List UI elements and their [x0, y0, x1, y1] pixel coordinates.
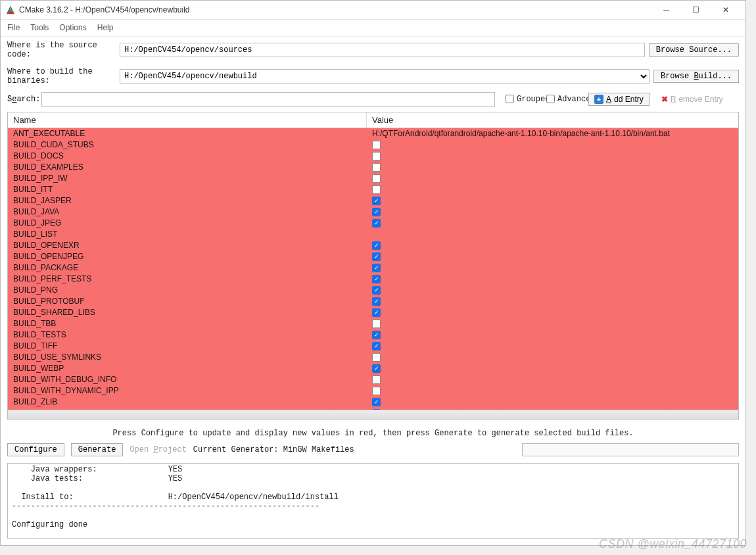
table-row[interactable]: BUILD_ITT — [8, 184, 738, 195]
table-row[interactable]: BUILD_IPP_IW — [8, 173, 738, 184]
table-row[interactable]: BUILD_opencv_apps✓ — [8, 408, 738, 410]
checkbox-icon[interactable] — [372, 152, 381, 160]
table-row[interactable]: BUILD_PACKAGE✓ — [8, 262, 738, 274]
menu-options[interactable]: Options — [59, 23, 86, 32]
cache-value[interactable]: ✓ — [367, 364, 738, 373]
add-entry-button[interactable]: +Add Entry — [588, 93, 650, 106]
cache-value[interactable]: ✓ — [367, 308, 738, 317]
menu-file[interactable]: File — [7, 23, 20, 32]
cache-value[interactable]: ✓ — [367, 331, 738, 339]
table-row[interactable]: BUILD_WEBP✓ — [8, 363, 738, 374]
checkbox-icon[interactable]: ✓ — [372, 342, 381, 350]
menu-help[interactable]: Help — [97, 23, 114, 32]
build-path-input[interactable]: H:/OpenCV454/opencv/newbuild — [120, 69, 650, 84]
checkbox-icon[interactable]: ✓ — [372, 398, 381, 406]
configure-button[interactable]: Configure — [7, 443, 64, 456]
cache-value[interactable] — [367, 185, 738, 194]
table-row[interactable]: BUILD_PROTOBUF✓ — [8, 296, 738, 307]
cache-value[interactable] — [367, 141, 738, 149]
cache-value[interactable]: ✓ — [367, 342, 738, 350]
cache-value[interactable]: H:/QTForAndroid/qtforandroid/apache-ant-… — [367, 129, 738, 138]
cache-value[interactable] — [367, 320, 738, 328]
minimize-button[interactable]: ─ — [651, 1, 681, 19]
checkbox-icon[interactable] — [372, 185, 381, 194]
advanced-checkbox[interactable]: Advanced — [546, 95, 577, 104]
cache-value[interactable]: ✓ — [367, 241, 738, 250]
cache-value[interactable] — [367, 353, 738, 362]
log-output[interactable]: Java wrappers: YES Java tests: YES Insta… — [7, 463, 739, 539]
checkbox-icon[interactable]: ✓ — [372, 364, 381, 373]
cache-value[interactable]: ✓ — [367, 253, 738, 261]
titlebar: CMake 3.16.2 - H:/OpenCV454/opencv/newbu… — [1, 1, 745, 20]
cache-value[interactable]: ✓ — [367, 275, 738, 283]
checkbox-icon[interactable] — [372, 163, 381, 172]
horizontal-scrollbar[interactable] — [8, 410, 738, 419]
checkbox-icon[interactable] — [372, 375, 381, 384]
checkbox-icon[interactable]: ✓ — [372, 197, 381, 205]
checkbox-icon[interactable]: ✓ — [372, 208, 381, 216]
checkbox-icon[interactable]: ✓ — [372, 286, 381, 295]
close-button[interactable]: ✕ — [711, 1, 740, 19]
checkbox-icon[interactable]: ✓ — [372, 308, 381, 317]
cache-value[interactable] — [367, 174, 738, 183]
table-row[interactable]: BUILD_TIFF✓ — [8, 341, 738, 352]
checkbox-icon[interactable]: ✓ — [372, 241, 381, 250]
table-row[interactable]: BUILD_WITH_DEBUG_INFO — [8, 374, 738, 385]
table-row[interactable]: BUILD_DOCS — [8, 151, 738, 162]
menu-tools[interactable]: Tools — [30, 23, 49, 32]
checkbox-icon[interactable] — [372, 353, 381, 362]
table-row[interactable]: BUILD_OPENEXR✓ — [8, 240, 738, 251]
table-row[interactable]: BUILD_USE_SYMLINKS — [8, 352, 738, 363]
browse-build-button[interactable]: Browse Build... — [653, 70, 739, 83]
cache-value[interactable]: ✓ — [367, 398, 738, 406]
table-row[interactable]: BUILD_TBB — [8, 318, 738, 329]
cache-value[interactable]: ✓ — [367, 197, 738, 205]
search-input[interactable] — [41, 92, 495, 107]
col-header-name[interactable]: Name — [8, 112, 367, 128]
table-row[interactable]: BUILD_ZLIB✓ — [8, 397, 738, 408]
browse-source-button[interactable]: Browse Source... — [649, 43, 739, 57]
table-row[interactable]: ANT_EXECUTABLEH:/QTForAndroid/qtforandro… — [8, 128, 738, 139]
col-header-value[interactable]: Value — [367, 112, 738, 128]
cache-value[interactable] — [367, 387, 738, 395]
cache-value[interactable]: ✓ — [367, 208, 738, 216]
grouped-checkbox[interactable]: Grouped — [506, 95, 536, 104]
cache-value[interactable] — [367, 152, 738, 160]
checkbox-icon[interactable] — [372, 320, 381, 328]
table-row[interactable]: BUILD_PNG✓ — [8, 285, 738, 296]
checkbox-icon[interactable] — [372, 141, 381, 149]
generate-button[interactable]: Generate — [71, 443, 124, 456]
cache-value[interactable]: ✓ — [367, 264, 738, 272]
table-row[interactable]: BUILD_JAVA✓ — [8, 206, 738, 218]
checkbox-icon[interactable]: ✓ — [372, 297, 381, 306]
app-window: CMake 3.16.2 - H:/OpenCV454/opencv/newbu… — [0, 0, 746, 546]
checkbox-icon[interactable] — [372, 174, 381, 183]
cache-value[interactable]: ✓ — [367, 219, 738, 228]
table-body[interactable]: ANT_EXECUTABLEH:/QTForAndroid/qtforandro… — [8, 128, 738, 410]
table-row[interactable]: BUILD_SHARED_LIBS✓ — [8, 307, 738, 318]
checkbox-icon[interactable]: ✓ — [372, 409, 381, 410]
table-row[interactable]: BUILD_LIST — [8, 229, 738, 240]
table-row[interactable]: BUILD_JASPER✓ — [8, 195, 738, 206]
table-row[interactable]: BUILD_WITH_DYNAMIC_IPP — [8, 385, 738, 397]
checkbox-icon[interactable]: ✓ — [372, 264, 381, 272]
cache-value[interactable] — [367, 163, 738, 172]
checkbox-icon[interactable] — [372, 387, 381, 395]
table-row[interactable]: BUILD_TESTS✓ — [8, 329, 738, 341]
table-row[interactable]: BUILD_OPENJPEG✓ — [8, 251, 738, 262]
cache-value[interactable] — [367, 375, 738, 384]
table-row[interactable]: BUILD_CUDA_STUBS — [8, 139, 738, 151]
checkbox-icon[interactable]: ✓ — [372, 275, 381, 283]
checkbox-icon[interactable]: ✓ — [372, 219, 381, 228]
table-row[interactable]: BUILD_PERF_TESTS✓ — [8, 274, 738, 285]
cache-value[interactable]: ✓ — [367, 286, 738, 295]
maximize-button[interactable]: ☐ — [681, 1, 711, 19]
table-row[interactable]: BUILD_JPEG✓ — [8, 218, 738, 229]
cache-value[interactable]: ✓ — [367, 297, 738, 306]
checkbox-icon[interactable]: ✓ — [372, 253, 381, 261]
window-controls: ─ ☐ ✕ — [651, 1, 740, 19]
checkbox-icon[interactable]: ✓ — [372, 331, 381, 339]
cache-value[interactable]: ✓ — [367, 409, 738, 410]
table-row[interactable]: BUILD_EXAMPLES — [8, 162, 738, 173]
source-path-input[interactable] — [120, 43, 645, 57]
